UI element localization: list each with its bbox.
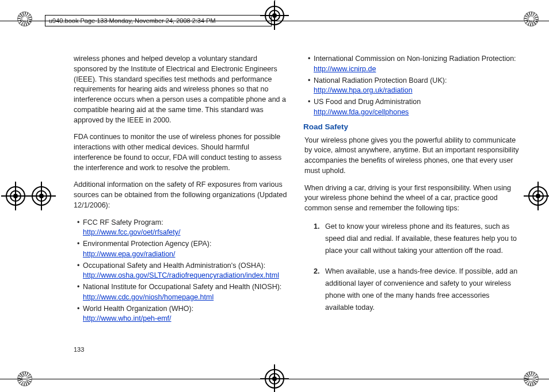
numbered-list: Get to know your wireless phone and its … <box>304 221 519 314</box>
external-link[interactable]: http://www.epa.gov/radiation/ <box>83 250 176 258</box>
column-left: wireless phones and helped develop a vol… <box>74 54 288 363</box>
paragraph: Additional information on the safety of … <box>74 180 288 210</box>
target-mark-icon <box>265 6 284 25</box>
list-item: National Radiation Protection Board (UK)… <box>308 76 519 97</box>
paragraph: wireless phones and helped develop a vol… <box>74 54 288 125</box>
paragraph: When driving a car, driving is your firs… <box>304 183 519 214</box>
registration-mark-icon <box>17 371 32 386</box>
page: u940.book Page 133 Monday, November 24, … <box>0 0 549 392</box>
external-link[interactable]: http://www.icnirp.de <box>314 65 376 73</box>
registration-mark-icon <box>524 371 539 386</box>
paragraph: Your wireless phone gives you the powerf… <box>304 136 519 176</box>
list-label: National Radiation Protection Board (UK)… <box>314 76 447 84</box>
external-link[interactable]: http://www.hpa.org.uk/radiation <box>314 86 413 94</box>
list-label: US Food and Drug Administration <box>314 98 421 106</box>
numbered-item: When available, use a hands-free device.… <box>322 266 519 314</box>
external-link[interactable]: http://www.osha.gov/SLTC/radiofrequencyr… <box>83 271 279 279</box>
target-mark-icon <box>265 369 284 389</box>
target-mark-icon <box>32 186 51 206</box>
column-right: International Commission on Non-Ionizing… <box>304 54 519 363</box>
target-mark-icon <box>528 186 548 206</box>
content-area: wireless phones and helped develop a vol… <box>74 54 519 363</box>
numbered-item: Get to know your wireless phone and its … <box>322 221 519 258</box>
list-item: World Health Organization (WHO):http://w… <box>77 304 288 325</box>
link-list: International Commission on Non-Ionizing… <box>304 54 519 118</box>
paragraph: FDA continues to monitor the use of wire… <box>74 132 288 173</box>
page-number: 133 <box>74 346 84 353</box>
list-item: US Food and Drug Administrationhttp://ww… <box>308 97 519 118</box>
external-link[interactable]: http://www.cdc.gov/niosh/homepage.html <box>83 293 214 301</box>
registration-mark-icon <box>17 11 32 26</box>
list-label: National Institute for Occupational Safe… <box>83 283 281 291</box>
section-heading: Road Safety <box>303 121 519 132</box>
target-mark-icon <box>6 186 25 206</box>
list-item: Occupational Safety and Health Administr… <box>77 261 288 282</box>
external-link[interactable]: http://www.fcc.gov/oet/rfsafety/ <box>83 228 181 236</box>
external-link[interactable]: http://www.fda.gov/cellphones <box>314 108 409 116</box>
registration-mark-icon <box>524 11 539 26</box>
link-list: FCC RF Safety Program:http://www.fcc.gov… <box>74 218 288 325</box>
list-label: FCC RF Safety Program: <box>83 218 163 226</box>
meta-bar: u940.book Page 133 Monday, November 24, … <box>45 15 272 26</box>
list-label: Environmental Protection Agency (EPA): <box>83 240 212 248</box>
list-item: FCC RF Safety Program:http://www.fcc.gov… <box>77 218 288 239</box>
list-item: International Commission on Non-Ionizing… <box>308 54 519 75</box>
list-label: International Commission on Non-Ionizing… <box>314 55 516 63</box>
meta-bar-text: u940.book Page 133 Monday, November 24, … <box>49 16 216 25</box>
list-item: National Institute for Occupational Safe… <box>77 282 288 303</box>
list-label: Occupational Safety and Health Administr… <box>83 262 265 270</box>
list-item: Environmental Protection Agency (EPA):ht… <box>77 239 288 260</box>
external-link[interactable]: http://www.who.int/peh-emf/ <box>83 314 171 322</box>
list-label: World Health Organization (WHO): <box>83 305 193 313</box>
